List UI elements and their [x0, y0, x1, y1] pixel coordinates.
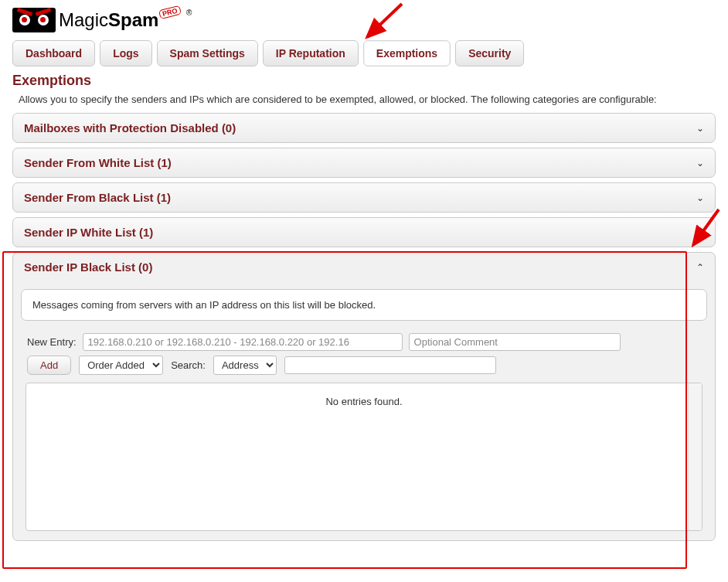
section-sender-ip-blacklist-header[interactable]: Sender IP Black List (0) ⌃ [13, 253, 715, 281]
logo-eyes-icon [12, 8, 56, 32]
page-title: Exemptions [12, 73, 716, 89]
section-sender-from-blacklist[interactable]: Sender From Black List (1) ⌄ [12, 182, 716, 213]
logo: MagicSpam PRO ® [12, 8, 716, 32]
logo-text: MagicSpam [59, 9, 158, 31]
no-entries-text: No entries found. [26, 383, 702, 407]
add-button[interactable]: Add [27, 356, 71, 375]
tab-security[interactable]: Security [455, 40, 524, 66]
ip-entry-input[interactable] [83, 333, 403, 351]
section-title: Sender From Black List (1) [24, 191, 171, 204]
entries-list: No entries found. [26, 383, 702, 531]
tab-ip-reputation[interactable]: IP Reputation [263, 40, 359, 66]
chevron-down-icon: ⌄ [696, 158, 704, 168]
logo-pro-badge: PRO [158, 5, 182, 19]
section-sender-from-whitelist[interactable]: Sender From White List (1) ⌄ [12, 148, 716, 178]
logo-registered: ® [186, 9, 192, 17]
search-type-select[interactable]: Address [213, 356, 277, 375]
section-info-text: Messages coming from servers with an IP … [21, 289, 707, 321]
search-input[interactable] [284, 356, 496, 374]
page-description: Allows you to specify the senders and IP… [19, 94, 716, 105]
section-sender-ip-blacklist: Sender IP Black List (0) ⌃ Messages comi… [12, 252, 716, 541]
search-label: Search: [171, 359, 206, 371]
comment-input[interactable] [409, 333, 621, 351]
section-title: Mailboxes with Protection Disabled (0) [24, 121, 236, 134]
section-title: Sender IP Black List (0) [24, 260, 152, 274]
section-sender-ip-whitelist[interactable]: Sender IP White List (1) ⌄ [12, 217, 716, 247]
section-title: Sender From White List (1) [24, 156, 172, 169]
main-tabs: Dashboard Logs Spam Settings IP Reputati… [12, 40, 716, 66]
sort-by-select[interactable]: Order Added [79, 356, 163, 375]
tab-dashboard[interactable]: Dashboard [12, 40, 95, 66]
new-entry-label: New Entry: [27, 336, 77, 348]
scrollbar[interactable] [688, 383, 702, 530]
chevron-down-icon: ⌄ [696, 192, 704, 203]
section-title: Sender IP White List (1) [24, 226, 153, 239]
chevron-up-icon: ⌃ [696, 262, 704, 273]
chevron-down-icon: ⌄ [696, 123, 704, 134]
tab-exemptions[interactable]: Exemptions [363, 40, 451, 66]
section-mailboxes-disabled[interactable]: Mailboxes with Protection Disabled (0) ⌄ [12, 113, 716, 143]
tab-logs[interactable]: Logs [100, 40, 151, 66]
tab-spam-settings[interactable]: Spam Settings [157, 40, 258, 66]
chevron-down-icon: ⌄ [696, 227, 704, 238]
